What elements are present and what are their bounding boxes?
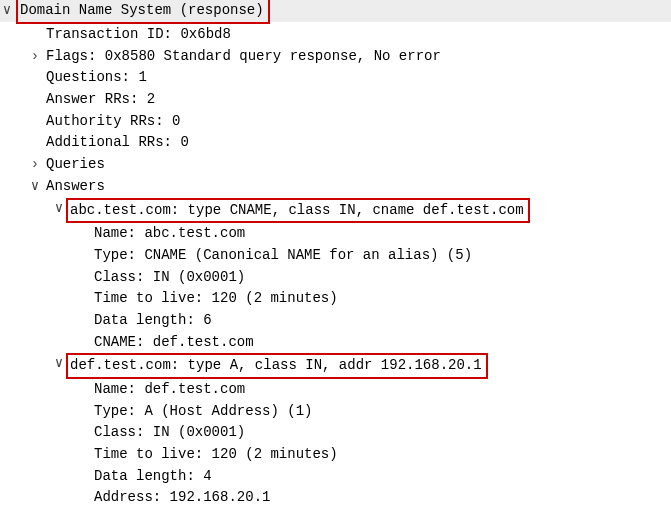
answer-summary[interactable]: ∨def.test.com: type A, class IN, addr 19…: [0, 353, 671, 379]
answer-field-value[interactable]: Address: 192.168.20.1: [0, 487, 671, 509]
no-toggle: [28, 89, 42, 111]
field-text: Authority RRs: 0: [42, 111, 180, 133]
field-text: Name: def.test.com: [90, 379, 245, 401]
answer-field-class[interactable]: Class: IN (0x0001): [0, 267, 671, 289]
field-text: Answer RRs: 2: [42, 89, 155, 111]
field-text: Flags: 0x8580 Standard query response, N…: [42, 46, 441, 68]
field-flags[interactable]: ›Flags: 0x8580 Standard query response, …: [0, 46, 671, 68]
field-text: Address: 192.168.20.1: [90, 487, 270, 509]
chevron-right-icon[interactable]: ›: [28, 154, 42, 176]
field-text: Data length: 4: [90, 466, 212, 488]
dns-tree: Transaction ID: 0x6bd8 ›Flags: 0x8580 St…: [0, 22, 671, 509]
chevron-down-icon[interactable]: ∨: [28, 176, 42, 198]
chevron-right-icon[interactable]: ›: [28, 46, 42, 68]
field-text: Transaction ID: 0x6bd8: [42, 24, 231, 46]
no-toggle: [28, 132, 42, 154]
chevron-down-icon[interactable]: ∨: [52, 353, 66, 375]
answer-field-datalen[interactable]: Data length: 4: [0, 466, 671, 488]
chevron-down-icon[interactable]: ∨: [0, 0, 14, 22]
field-text: Type: CNAME (Canonical NAME for an alias…: [90, 245, 472, 267]
field-text: Type: A (Host Address) (1): [90, 401, 312, 423]
field-questions[interactable]: Questions: 1: [0, 67, 671, 89]
answer-summary[interactable]: ∨abc.test.com: type CNAME, class IN, cna…: [0, 198, 671, 224]
section-queries[interactable]: ›Queries: [0, 154, 671, 176]
field-authority-rrs[interactable]: Authority RRs: 0: [0, 111, 671, 133]
answer-field-value[interactable]: CNAME: def.test.com: [0, 332, 671, 354]
field-additional-rrs[interactable]: Additional RRs: 0: [0, 132, 671, 154]
field-text: Additional RRs: 0: [42, 132, 189, 154]
no-toggle: [28, 67, 42, 89]
field-text: Time to live: 120 (2 minutes): [90, 444, 338, 466]
field-text: CNAME: def.test.com: [90, 332, 254, 354]
answer-field-ttl[interactable]: Time to live: 120 (2 minutes): [0, 288, 671, 310]
field-text: Queries: [42, 154, 105, 176]
field-text: Class: IN (0x0001): [90, 267, 245, 289]
field-transaction-id[interactable]: Transaction ID: 0x6bd8: [0, 24, 671, 46]
protocol-title-highlight: Domain Name System (response): [16, 0, 270, 24]
answer-summary-highlight: def.test.com: type A, class IN, addr 192…: [66, 353, 488, 379]
answer-field-ttl[interactable]: Time to live: 120 (2 minutes): [0, 444, 671, 466]
answer-field-type[interactable]: Type: A (Host Address) (1): [0, 401, 671, 423]
answer-summary-text: abc.test.com: type CNAME, class IN, cnam…: [70, 202, 524, 218]
chevron-down-icon[interactable]: ∨: [52, 198, 66, 220]
no-toggle: [28, 24, 42, 46]
field-text: Data length: 6: [90, 310, 212, 332]
answer-field-name[interactable]: Name: def.test.com: [0, 379, 671, 401]
field-text: Time to live: 120 (2 minutes): [90, 288, 338, 310]
answer-field-name[interactable]: Name: abc.test.com: [0, 223, 671, 245]
section-answers[interactable]: ∨Answers: [0, 176, 671, 198]
field-text: Questions: 1: [42, 67, 147, 89]
protocol-title: Domain Name System (response): [20, 2, 264, 18]
protocol-header-row[interactable]: ∨ Domain Name System (response): [0, 0, 671, 22]
answer-summary-text: def.test.com: type A, class IN, addr 192…: [70, 357, 482, 373]
answer-summary-highlight: abc.test.com: type CNAME, class IN, cnam…: [66, 198, 530, 224]
answer-field-class[interactable]: Class: IN (0x0001): [0, 422, 671, 444]
field-text: Answers: [42, 176, 105, 198]
field-text: Name: abc.test.com: [90, 223, 245, 245]
field-answer-rrs[interactable]: Answer RRs: 2: [0, 89, 671, 111]
answer-field-type[interactable]: Type: CNAME (Canonical NAME for an alias…: [0, 245, 671, 267]
no-toggle: [28, 111, 42, 133]
answer-field-datalen[interactable]: Data length: 6: [0, 310, 671, 332]
field-text: Class: IN (0x0001): [90, 422, 245, 444]
